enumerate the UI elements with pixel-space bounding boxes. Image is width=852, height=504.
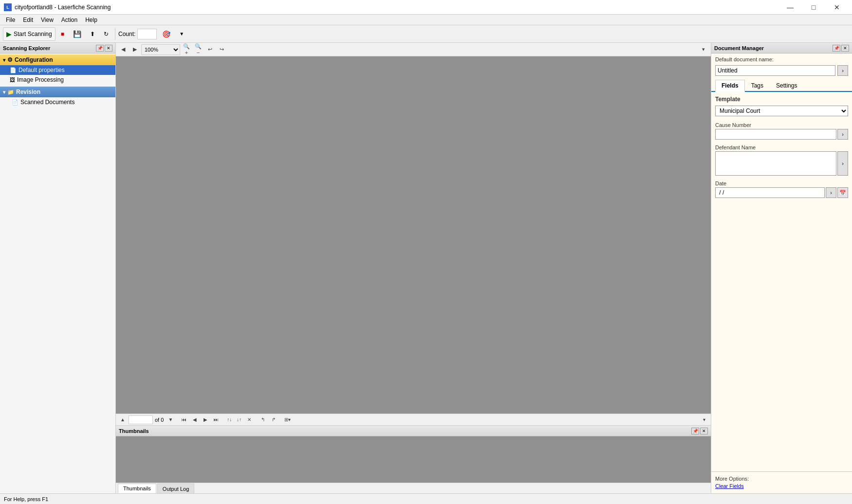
tree-item-default-properties[interactable]: 📄 Default properties (0, 65, 115, 75)
panel-header-controls: 📌 ✕ (96, 45, 112, 52)
zoom-select[interactable]: 50% 100% 150% 200% (141, 44, 180, 55)
zoom-out-icon: 🔍− (193, 43, 203, 55)
tab-fields[interactable]: Fields (715, 80, 745, 92)
tree-item-scanned-documents[interactable]: 📄 Scanned Documents (0, 97, 115, 107)
defendant-name-textarea[interactable] (715, 151, 836, 176)
fields-content: Template Municipal Court Cause Number › … (711, 92, 852, 471)
back-icon: ◀ (121, 46, 125, 53)
append-page-button[interactable]: ↓↑ (235, 415, 243, 424)
cause-number-input[interactable] (715, 129, 836, 140)
viewer-toolbar: ◀ ▶ 50% 100% 150% 200% 🔍+ 🔍− ↩ ↪ (116, 43, 711, 56)
document-manager-title: Document Manager (714, 45, 764, 51)
nav-scroll-down[interactable]: ▾ (699, 415, 709, 424)
thumbnails-close-button[interactable]: ✕ (700, 428, 708, 434)
content-area: ◀ ▶ 50% 100% 150% 200% 🔍+ 🔍− ↩ ↪ (116, 43, 711, 493)
toolbar-separator (115, 28, 115, 40)
count-label: Count: (118, 31, 135, 37)
count-btn[interactable]: 🎯 (159, 27, 174, 41)
scanning-explorer-title: Scanning Explorer (3, 45, 50, 51)
doc-name-input[interactable] (715, 65, 835, 76)
rotate-right-button[interactable]: ↱ (269, 415, 278, 424)
doc-manager-close-button[interactable]: ✕ (841, 45, 849, 52)
start-scan-button[interactable]: ▶ Start Scanning (3, 27, 56, 41)
main-viewer (116, 56, 711, 414)
tab-settings[interactable]: Settings (770, 80, 803, 92)
document-manager-header: Document Manager 📌 ✕ (711, 43, 852, 54)
thumbnails-header-controls: 📌 ✕ (691, 428, 708, 434)
first-page-button[interactable]: ⏮ (179, 415, 189, 424)
maximize-button[interactable]: □ (802, 0, 825, 15)
date-input-row: / / › 📅 (715, 187, 848, 198)
more-options-section: More Options: Clear Fields (711, 471, 852, 493)
page-nav-bar: ▲ of 0 ▼ ⏮ ◀ ▶ ⏭ ↑↓ ↓↑ ✕ ↰ ↱ ⊞▾ ▾ (116, 414, 711, 425)
menu-file[interactable]: File (2, 16, 19, 24)
redo-button[interactable]: ↪ (216, 44, 227, 55)
redo-icon: ↪ (220, 46, 224, 53)
calendar-icon: 📅 (839, 190, 846, 196)
refresh-icon: ↻ (104, 31, 109, 37)
revision-label: Revision (16, 89, 40, 95)
page-down-button[interactable]: ▼ (166, 415, 175, 424)
refresh-button[interactable]: ↻ (100, 27, 112, 41)
page-number-input[interactable] (129, 415, 153, 424)
template-select[interactable]: Municipal Court (715, 106, 848, 116)
undo-icon: ↩ (208, 46, 212, 53)
thumbnails-pin-button[interactable]: 📌 (691, 428, 699, 434)
panel-pin-button[interactable]: 📌 (96, 45, 104, 52)
date-calendar-btn[interactable]: 📅 (837, 187, 848, 198)
scanning-explorer-header: Scanning Explorer 📌 ✕ (0, 43, 115, 54)
count-input[interactable] (137, 29, 157, 39)
configuration-section: ▾ ⚙ Configuration 📄 Default properties 🖼… (0, 54, 115, 86)
zoom-out-button[interactable]: 🔍− (193, 44, 204, 55)
tab-tags[interactable]: Tags (745, 80, 770, 92)
next-page-button[interactable]: ▶ (201, 415, 210, 424)
prev-page-button[interactable]: ◀ (190, 415, 200, 424)
template-row: Municipal Court (715, 106, 848, 116)
menu-edit[interactable]: Edit (19, 16, 37, 24)
save-button[interactable]: 💾 (70, 27, 85, 41)
zoom-in-button[interactable]: 🔍+ (181, 44, 192, 55)
tree-item-image-processing[interactable]: 🖼 Image Processing (0, 75, 115, 85)
rotate-left-button[interactable]: ↰ (258, 415, 268, 424)
cause-number-btn[interactable]: › (837, 129, 848, 140)
menu-action[interactable]: Action (57, 16, 81, 24)
nav-back-button[interactable]: ◀ (118, 44, 129, 55)
zoom-in-icon: 🔍+ (182, 43, 191, 55)
clear-fields-link[interactable]: Clear Fields (715, 483, 744, 489)
revision-header[interactable]: ▾ 📁 Revision (0, 87, 115, 97)
output-log-tab-label: Output Log (163, 486, 189, 492)
menu-view[interactable]: View (37, 16, 57, 24)
thumbnails-tabs: Thumbnails Output Log (116, 483, 711, 493)
defendant-name-btn[interactable]: › (837, 151, 848, 176)
stop-button[interactable]: ■ (57, 27, 68, 41)
undo-button[interactable]: ↩ (204, 44, 215, 55)
close-button[interactable]: ✕ (826, 0, 848, 15)
date-arrow-btn[interactable]: › (826, 187, 836, 198)
target-icon: 🎯 (162, 30, 170, 38)
configuration-header[interactable]: ▾ ⚙ Configuration (0, 54, 115, 65)
start-scan-label: Start Scanning (14, 31, 52, 37)
expand-icon: ▼ (179, 31, 184, 36)
doc-manager-pin-button[interactable]: 📌 (833, 45, 840, 52)
expand-btn[interactable]: ▼ (176, 27, 187, 41)
scroll-right-icon: ▾ (702, 46, 705, 53)
nav-forward-button[interactable]: ▶ (130, 44, 140, 55)
scanning-explorer-panel: Scanning Explorer 📌 ✕ ▾ ⚙ Configuration … (0, 43, 116, 493)
thumbnail-toggle-button[interactable]: ⊞▾ (282, 415, 293, 424)
doc-name-arrow-button[interactable]: › (837, 65, 848, 76)
image-processing-icon: 🖼 (10, 77, 15, 83)
delete-page-button[interactable]: ✕ (244, 415, 254, 424)
tab-output-log[interactable]: Output Log (157, 484, 194, 493)
date-input[interactable]: / / (715, 187, 825, 198)
minimize-button[interactable]: — (779, 0, 801, 15)
tab-thumbnails[interactable]: Thumbnails (118, 484, 156, 493)
insert-page-button[interactable]: ↑↓ (225, 415, 234, 424)
last-page-button[interactable]: ⏭ (211, 415, 221, 424)
thumbnails-header: Thumbnails 📌 ✕ (116, 426, 711, 436)
page-up-button[interactable]: ▲ (118, 415, 128, 424)
upload-button[interactable]: ⬆ (87, 27, 98, 41)
scroll-right-button[interactable]: ▾ (698, 44, 709, 55)
menu-help[interactable]: Help (81, 16, 101, 24)
panel-close-button[interactable]: ✕ (105, 45, 112, 52)
scan-icon: ▶ (6, 30, 12, 38)
